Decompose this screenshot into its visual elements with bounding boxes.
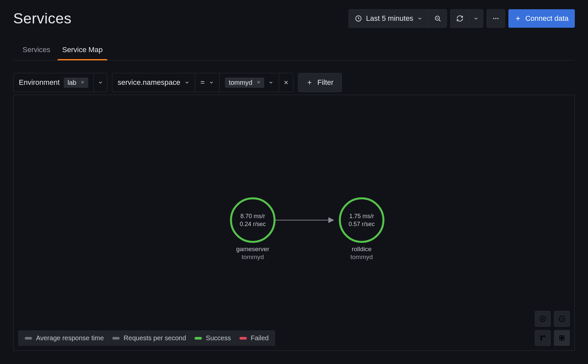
- attribute-value-chip: tommyd: [225, 78, 264, 88]
- legend-swatch-grey: [25, 337, 32, 340]
- chevron-down-icon: [473, 16, 479, 21]
- svg-point-4: [497, 18, 499, 19]
- refresh-interval-button[interactable]: [469, 9, 483, 28]
- tab-services[interactable]: Services: [22, 46, 50, 60]
- service-map-canvas[interactable]: 8.70 ms/r 0.24 r/sec gameserver tommyd 1…: [13, 95, 575, 351]
- legend: Average response time Requests per secon…: [18, 330, 275, 346]
- legend-swatch-red: [239, 337, 247, 340]
- legend-swatch-grey: [112, 337, 120, 340]
- attribute-filter-clear[interactable]: [279, 73, 293, 92]
- grid-icon: [559, 335, 565, 341]
- minus-circle-icon: [558, 315, 566, 322]
- legend-requests-per-second-label: Requests per second: [124, 334, 186, 342]
- svg-rect-13: [562, 336, 564, 338]
- legend-success: Success: [195, 334, 231, 342]
- environment-filter-select[interactable]: Environment lab: [14, 73, 94, 92]
- svg-point-5: [231, 198, 275, 242]
- node-gameserver-name: gameserver: [236, 246, 269, 252]
- chevron-down-icon: [417, 16, 423, 21]
- chevron-down-icon: [98, 80, 103, 85]
- tab-service-map[interactable]: Service Map: [62, 46, 102, 60]
- node-gameserver-namespace: tommyd: [241, 253, 264, 260]
- git-branch-icon: [539, 335, 546, 341]
- layout-graph-button[interactable]: [535, 330, 551, 346]
- environment-chip-value: lab: [68, 79, 77, 86]
- page-title: Services: [13, 10, 72, 27]
- legend-avg-response-time-label: Average response time: [36, 334, 104, 342]
- plus-icon: [515, 15, 521, 22]
- node-gameserver-metric-top: 8.70 ms/r: [240, 213, 265, 219]
- plus-icon: [306, 79, 313, 86]
- svg-point-2: [493, 18, 495, 19]
- zoom-out-icon: [434, 15, 441, 22]
- time-range-picker[interactable]: Last 5 minutes: [349, 9, 428, 28]
- node-rolldice-metric-top: 1.75 ms/r: [349, 213, 374, 219]
- refresh-group: [450, 9, 483, 28]
- attribute-value-chip-remove[interactable]: [256, 79, 262, 86]
- legend-requests-per-second: Requests per second: [112, 334, 186, 342]
- svg-point-11: [544, 336, 545, 337]
- svg-point-3: [495, 18, 496, 19]
- clock-icon: [355, 15, 362, 22]
- connect-data-button[interactable]: Connect data: [508, 9, 575, 28]
- refresh-icon: [456, 15, 463, 22]
- svg-rect-14: [560, 338, 562, 340]
- attribute-value-select[interactable]: tommyd: [220, 73, 279, 92]
- attribute-key-select[interactable]: service.namespace: [112, 73, 195, 92]
- more-options-button[interactable]: [487, 9, 505, 28]
- tabs: Services Service Map: [13, 46, 575, 60]
- legend-success-label: Success: [206, 334, 231, 342]
- zoom-out-button[interactable]: [554, 311, 570, 327]
- view-controls: [535, 311, 570, 346]
- attribute-filter: service.namespace = tommyd: [112, 73, 293, 92]
- layout-grid-button[interactable]: [554, 330, 570, 346]
- svg-point-10: [540, 339, 542, 340]
- attribute-operator-select[interactable]: =: [195, 73, 220, 92]
- legend-swatch-green: [195, 337, 202, 340]
- legend-failed: Failed: [239, 334, 269, 342]
- close-icon: [283, 80, 289, 85]
- environment-filter-label: Environment: [19, 78, 60, 87]
- zoom-out-time-button[interactable]: [428, 9, 447, 28]
- environment-filter-dropdown[interactable]: [94, 73, 107, 92]
- service-map-svg: 8.70 ms/r 0.24 r/sec gameserver tommyd 1…: [14, 95, 574, 350]
- attribute-operator-label: =: [201, 78, 205, 87]
- page-header: Services Last 5 minutes: [13, 9, 575, 28]
- legend-failed-label: Failed: [251, 334, 269, 342]
- node-gameserver[interactable]: 8.70 ms/r 0.24 r/sec gameserver tommyd: [231, 198, 275, 260]
- add-filter-label: Filter: [317, 78, 334, 87]
- node-rolldice[interactable]: 1.75 ms/r 0.57 r/sec rolldice tommyd: [340, 198, 384, 260]
- environment-filter: Environment lab: [13, 73, 107, 92]
- time-range-picker-group: Last 5 minutes: [349, 9, 447, 28]
- environment-chip-remove[interactable]: [80, 79, 86, 86]
- node-rolldice-namespace: tommyd: [350, 253, 373, 260]
- svg-rect-12: [560, 336, 562, 338]
- node-rolldice-metric-bottom: 0.57 r/sec: [349, 221, 375, 227]
- filter-bar: Environment lab service.namespace: [13, 73, 575, 92]
- header-toolbar: Last 5 minutes: [349, 9, 575, 28]
- svg-point-9: [540, 336, 542, 337]
- svg-point-6: [340, 198, 384, 242]
- node-rolldice-name: rolldice: [352, 246, 372, 252]
- legend-avg-response-time: Average response time: [25, 334, 104, 342]
- node-gameserver-metric-bottom: 0.24 r/sec: [240, 221, 266, 227]
- add-filter-button[interactable]: Filter: [298, 73, 342, 92]
- environment-chip: lab: [64, 78, 89, 88]
- plus-circle-icon: [539, 315, 546, 322]
- chevron-down-icon: [268, 80, 274, 85]
- zoom-in-button[interactable]: [535, 311, 551, 327]
- connect-data-label: Connect data: [525, 14, 569, 23]
- refresh-button[interactable]: [450, 9, 469, 28]
- svg-rect-15: [562, 338, 564, 340]
- chevron-down-icon: [184, 80, 190, 85]
- more-horizontal-icon: [492, 15, 499, 22]
- chevron-down-icon: [209, 80, 214, 85]
- attribute-key-label: service.namespace: [118, 78, 180, 87]
- attribute-value-chip-text: tommyd: [229, 79, 252, 86]
- time-range-label: Last 5 minutes: [366, 14, 413, 23]
